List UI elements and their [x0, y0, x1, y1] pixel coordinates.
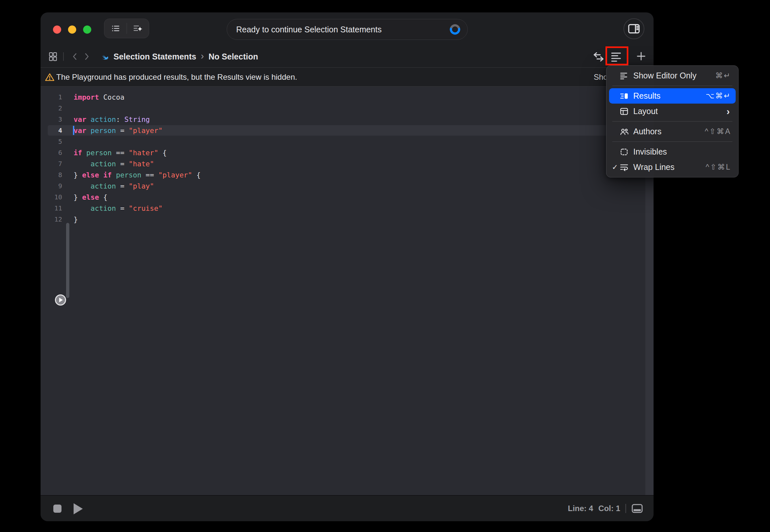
code-line[interactable]: 10} else {	[41, 191, 654, 203]
menu-separator	[612, 141, 732, 142]
code-text: import Cocoa	[74, 93, 124, 101]
code-token: }	[74, 215, 78, 224]
code-token: var	[74, 126, 86, 135]
swap-editor-icon[interactable]	[593, 51, 605, 63]
toolbar-segmented-control	[104, 19, 149, 38]
breadcrumb-separator: ›	[201, 51, 204, 61]
code-text: action = "cruise"	[74, 204, 162, 212]
invisibles-icon	[620, 147, 633, 157]
submenu-chevron-icon: ›	[727, 106, 736, 117]
line-number: 9	[41, 182, 62, 190]
menu-item-authors[interactable]: Authors^⇧⌘A	[609, 124, 736, 139]
code-line[interactable]: 6if person == "hater" {	[41, 147, 654, 158]
execute-button[interactable]	[74, 503, 83, 514]
code-editor[interactable]: 1import Cocoa23var action: String4var pe…	[41, 86, 654, 495]
go-back-chevron-icon[interactable]	[72, 52, 78, 61]
activity-status-text: Ready to continue Selection Statements	[236, 25, 382, 34]
code-line[interactable]: 12}	[41, 214, 654, 225]
code-token: String	[124, 115, 150, 124]
code-token: person	[86, 149, 112, 157]
code-token: action	[91, 182, 116, 190]
status-divider	[626, 504, 626, 513]
code-token: else	[82, 171, 99, 179]
menu-item-label: Results	[633, 91, 706, 101]
code-token	[86, 115, 91, 124]
code-text: var person = "player"	[74, 126, 162, 135]
wrap-lines-icon	[620, 163, 633, 172]
swift-file-icon	[100, 52, 109, 61]
line-number: 1	[41, 93, 62, 101]
toggle-inspector-button[interactable]	[624, 18, 645, 39]
ai-sparkle-list-icon[interactable]	[127, 19, 149, 38]
line-number: 8	[41, 171, 62, 179]
code-text: } else if person == "player" {	[74, 171, 201, 179]
code-token: =	[116, 160, 128, 168]
editor-options-menu: Show Editor Only⌘↵Results⌥⌘↵Layout›Autho…	[606, 65, 739, 177]
code-line[interactable]: 4var person = "player"	[41, 125, 654, 136]
zoom-window-button[interactable]	[83, 25, 91, 34]
code-text: }	[74, 215, 78, 224]
code-token	[99, 93, 103, 101]
jump-bar: Selection Statements › No Selection	[41, 46, 654, 67]
menu-item-label: Show Editor Only	[633, 71, 715, 80]
code-text: action = "play"	[74, 182, 154, 190]
menu-item-label: Authors	[633, 127, 705, 136]
code-line[interactable]: 1import Cocoa	[41, 91, 654, 103]
minimize-window-button[interactable]	[68, 25, 76, 34]
code-line[interactable]: 7 action = "hate"	[41, 158, 654, 169]
code-token: ==	[112, 149, 129, 157]
activity-status-field[interactable]: Ready to continue Selection Statements	[227, 19, 468, 40]
code-token: :	[116, 115, 124, 124]
code-token: import	[74, 93, 99, 101]
menu-item-results[interactable]: Results⌥⌘↵	[609, 88, 736, 104]
code-token: "player"	[128, 126, 162, 135]
menu-separator	[612, 86, 732, 86]
code-line[interactable]: 11 action = "cruise"	[41, 203, 654, 214]
line-number: 2	[41, 104, 62, 112]
menu-item-wrap-lines[interactable]: ✓Wrap Lines^⇧⌘L	[609, 159, 736, 175]
code-line[interactable]: 2	[41, 103, 654, 114]
breadcrumb-selection[interactable]: No Selection	[209, 52, 258, 61]
code-token: }	[74, 193, 82, 201]
code-token: "hate"	[128, 160, 154, 168]
xcode-playground-window: Ready to continue Selection Statements	[41, 12, 654, 521]
code-token: {	[99, 193, 108, 201]
code-token: action	[91, 204, 116, 212]
code-token: var	[74, 115, 86, 124]
menu-shortcut: ⌘↵	[715, 71, 736, 80]
play-icon	[59, 298, 63, 302]
line-number: 6	[41, 149, 62, 157]
code-line[interactable]: 5	[41, 136, 654, 147]
add-editor-button[interactable]	[636, 51, 647, 62]
code-line[interactable]: 8} else if person == "player" {	[41, 169, 654, 180]
menu-item-show-editor-only[interactable]: Show Editor Only⌘↵	[609, 68, 736, 83]
close-window-button[interactable]	[53, 25, 61, 34]
related-items-grid-icon[interactable]	[49, 52, 57, 61]
title-bar: Ready to continue Selection Statements	[41, 12, 654, 46]
code-token	[74, 182, 91, 190]
code-line[interactable]: 3var action: String	[41, 114, 654, 125]
jumpbar-divider	[63, 52, 64, 61]
menu-item-invisibles[interactable]: Invisibles	[609, 144, 736, 159]
go-forward-chevron-icon[interactable]	[83, 52, 90, 61]
code-token: person	[116, 171, 141, 179]
list-bullet-icon[interactable]	[104, 19, 126, 38]
code-token: "play"	[128, 182, 154, 190]
show-results-button[interactable]: Sho	[594, 73, 608, 82]
menu-item-layout[interactable]: Layout›	[609, 104, 736, 119]
toggle-debug-area-button[interactable]	[631, 504, 643, 513]
run-playground-button[interactable]	[55, 294, 66, 306]
menu-separator	[612, 121, 732, 122]
code-token	[86, 126, 91, 135]
breadcrumb-file[interactable]: Selection Statements	[113, 52, 196, 61]
code-token: if	[103, 171, 112, 179]
stop-button[interactable]	[53, 505, 61, 513]
debug-bar: Line: 4 Col: 1	[41, 495, 654, 521]
code-token: }	[74, 171, 82, 179]
line-number: 5	[41, 138, 62, 145]
code-line[interactable]: 9 action = "play"	[41, 180, 654, 191]
code-token: =	[116, 204, 128, 212]
code-lines: 1import Cocoa23var action: String4var pe…	[41, 87, 654, 225]
code-token	[82, 149, 86, 157]
inspector-panel-icon	[628, 24, 640, 34]
